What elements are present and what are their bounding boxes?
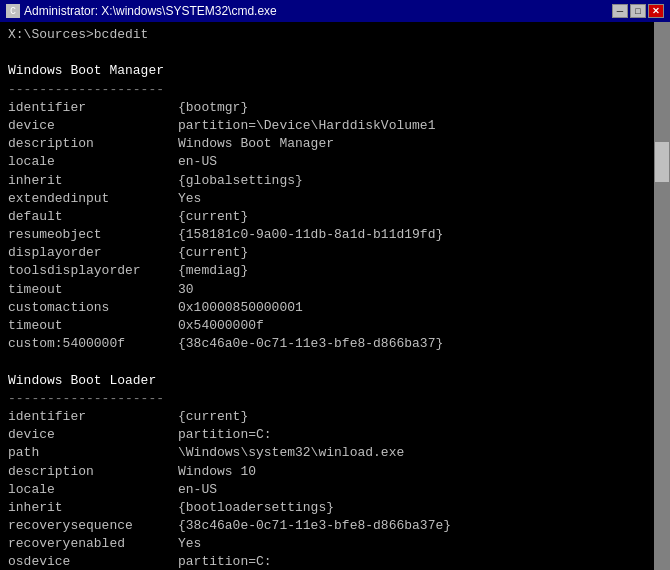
entry-value-boot-manager-11: 0x10000850000001 — [178, 300, 303, 315]
prompt-line: X:\Sources>bcdedit — [8, 26, 644, 44]
window: C Administrator: X:\windows\SYSTEM32\cmd… — [0, 0, 670, 570]
entry-key-boot-loader-0: identifier — [8, 408, 178, 426]
cmd-icon: C — [6, 4, 20, 18]
entry-value-boot-manager-13: {38c46a0e-0c71-11e3-bfe8-d866ba37} — [178, 336, 443, 351]
title-bar: C Administrator: X:\windows\SYSTEM32\cmd… — [0, 0, 670, 22]
entry-value-boot-loader-3: Windows 10 — [178, 464, 256, 479]
title-bar-buttons: ─ □ ✕ — [612, 4, 664, 18]
entry-key-boot-manager-3: locale — [8, 153, 178, 171]
entry-key-boot-manager-5: extendedinput — [8, 190, 178, 208]
entry-boot-manager-9: toolsdisplayorder{memdiag} — [8, 262, 644, 280]
entry-key-boot-manager-8: displayorder — [8, 244, 178, 262]
entry-boot-loader-0: identifier{current} — [8, 408, 644, 426]
entry-boot-loader-5: inherit{bootloadersettings} — [8, 499, 644, 517]
window-title: Administrator: X:\windows\SYSTEM32\cmd.e… — [24, 4, 277, 18]
entry-key-boot-loader-6: recoverysequence — [8, 517, 178, 535]
entry-key-boot-loader-7: recoveryenabled — [8, 535, 178, 553]
entry-key-boot-manager-9: toolsdisplayorder — [8, 262, 178, 280]
title-bar-left: C Administrator: X:\windows\SYSTEM32\cmd… — [6, 4, 277, 18]
section-separator-boot-manager: -------------------- — [8, 81, 644, 99]
entry-value-boot-manager-9: {memdiag} — [178, 263, 248, 278]
entry-key-boot-manager-12: timeout — [8, 317, 178, 335]
entry-boot-manager-6: default{current} — [8, 208, 644, 226]
entry-boot-manager-13: custom:5400000f{38c46a0e-0c71-11e3-bfe8-… — [8, 335, 644, 353]
entry-boot-loader-4: localeen-US — [8, 481, 644, 499]
entry-key-boot-loader-5: inherit — [8, 499, 178, 517]
entry-key-boot-loader-3: description — [8, 463, 178, 481]
entry-value-boot-manager-8: {current} — [178, 245, 248, 260]
entry-boot-loader-1: devicepartition=C: — [8, 426, 644, 444]
entry-boot-manager-4: inherit{globalsettings} — [8, 172, 644, 190]
close-button[interactable]: ✕ — [648, 4, 664, 18]
entry-key-boot-manager-13: custom:5400000f — [8, 335, 178, 353]
entry-boot-manager-10: timeout30 — [8, 281, 644, 299]
scrollbar-thumb[interactable] — [655, 142, 669, 182]
entry-key-boot-loader-8: osdevice — [8, 553, 178, 570]
entry-boot-manager-1: devicepartition=\Device\HarddiskVolume1 — [8, 117, 644, 135]
entry-key-boot-manager-7: resumeobject — [8, 226, 178, 244]
blank-between-sections-0 — [8, 353, 644, 371]
maximize-button[interactable]: □ — [630, 4, 646, 18]
scrollbar[interactable] — [654, 22, 670, 570]
entry-value-boot-manager-10: 30 — [178, 282, 194, 297]
entry-key-boot-manager-6: default — [8, 208, 178, 226]
entry-boot-loader-2: path\Windows\system32\winload.exe — [8, 444, 644, 462]
blank-line-1 — [8, 44, 644, 62]
entry-boot-loader-8: osdevicepartition=C: — [8, 553, 644, 570]
entry-boot-loader-6: recoverysequence{38c46a0e-0c71-11e3-bfe8… — [8, 517, 644, 535]
entry-boot-manager-7: resumeobject{158181c0-9a00-11db-8a1d-b11… — [8, 226, 644, 244]
entry-value-boot-loader-2: \Windows\system32\winload.exe — [178, 445, 404, 460]
entry-value-boot-loader-5: {bootloadersettings} — [178, 500, 334, 515]
entry-value-boot-manager-4: {globalsettings} — [178, 173, 303, 188]
entry-key-boot-manager-0: identifier — [8, 99, 178, 117]
entry-value-boot-loader-0: {current} — [178, 409, 248, 424]
entry-boot-manager-0: identifier{bootmgr} — [8, 99, 644, 117]
entry-boot-manager-5: extendedinputYes — [8, 190, 644, 208]
entry-key-boot-manager-2: description — [8, 135, 178, 153]
entry-value-boot-manager-3: en-US — [178, 154, 217, 169]
entry-key-boot-loader-1: device — [8, 426, 178, 444]
entry-key-boot-loader-2: path — [8, 444, 178, 462]
entry-boot-loader-7: recoveryenabledYes — [8, 535, 644, 553]
entry-value-boot-manager-5: Yes — [178, 191, 201, 206]
entry-boot-manager-3: localeen-US — [8, 153, 644, 171]
entry-value-boot-manager-7: {158181c0-9a00-11db-8a1d-b11d19fd} — [178, 227, 443, 242]
entry-boot-manager-8: displayorder{current} — [8, 244, 644, 262]
section-separator-boot-loader: -------------------- — [8, 390, 644, 408]
entry-key-boot-manager-11: customactions — [8, 299, 178, 317]
entry-value-boot-manager-1: partition=\Device\HarddiskVolume1 — [178, 118, 435, 133]
entry-boot-manager-2: descriptionWindows Boot Manager — [8, 135, 644, 153]
entry-key-boot-manager-10: timeout — [8, 281, 178, 299]
entry-key-boot-manager-1: device — [8, 117, 178, 135]
section-title-boot-loader: Windows Boot Loader — [8, 372, 644, 390]
entry-key-boot-loader-4: locale — [8, 481, 178, 499]
entry-boot-manager-12: timeout0x54000000f — [8, 317, 644, 335]
entry-key-boot-manager-4: inherit — [8, 172, 178, 190]
entry-value-boot-manager-6: {current} — [178, 209, 248, 224]
entry-value-boot-loader-1: partition=C: — [178, 427, 272, 442]
terminal-content: X:\Sources>bcdedit Windows Boot Manager-… — [8, 26, 662, 570]
section-title-boot-manager: Windows Boot Manager — [8, 62, 644, 80]
entry-value-boot-loader-8: partition=C: — [178, 554, 272, 569]
entry-value-boot-loader-6: {38c46a0e-0c71-11e3-bfe8-d866ba37e} — [178, 518, 451, 533]
entry-value-boot-manager-2: Windows Boot Manager — [178, 136, 334, 151]
entry-value-boot-manager-0: {bootmgr} — [178, 100, 248, 115]
minimize-button[interactable]: ─ — [612, 4, 628, 18]
terminal-window[interactable]: X:\Sources>bcdedit Windows Boot Manager-… — [0, 22, 670, 570]
entry-value-boot-loader-7: Yes — [178, 536, 201, 551]
entry-boot-manager-11: customactions0x10000850000001 — [8, 299, 644, 317]
entry-value-boot-manager-12: 0x54000000f — [178, 318, 264, 333]
entry-value-boot-loader-4: en-US — [178, 482, 217, 497]
entry-boot-loader-3: descriptionWindows 10 — [8, 463, 644, 481]
